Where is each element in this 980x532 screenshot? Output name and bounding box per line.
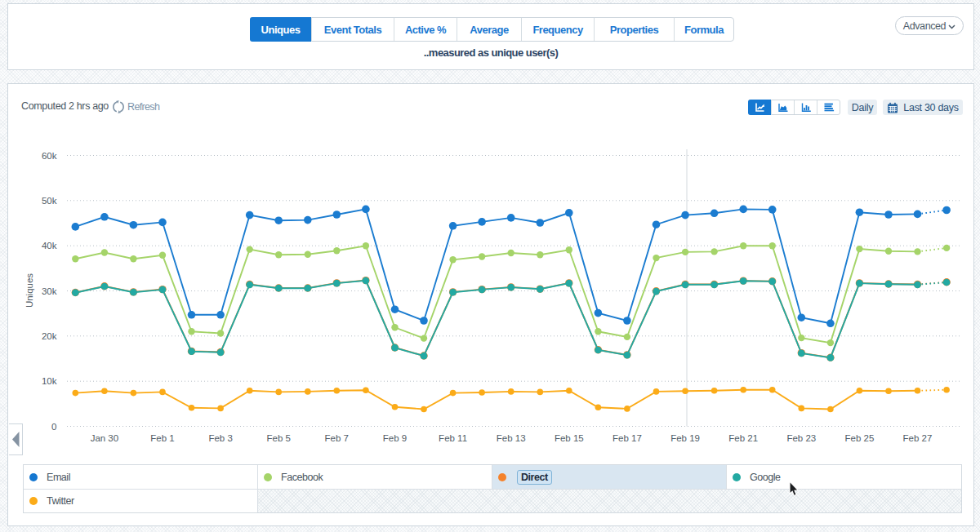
svg-text:Feb 15: Feb 15	[555, 433, 584, 443]
svg-text:Feb 9: Feb 9	[383, 433, 407, 443]
svg-text:Uniques: Uniques	[24, 273, 34, 308]
svg-text:40k: 40k	[42, 241, 57, 250]
svg-text:Feb 17: Feb 17	[612, 433, 642, 443]
svg-text:Feb 27: Feb 27	[903, 433, 933, 443]
svg-text:Feb 3: Feb 3	[208, 433, 232, 443]
svg-text:Feb 1: Feb 1	[150, 433, 174, 443]
svg-text:30k: 30k	[42, 286, 57, 296]
svg-text:Feb 5: Feb 5	[266, 433, 290, 443]
svg-text:Feb 11: Feb 11	[439, 433, 467, 443]
svg-text:Feb 23: Feb 23	[786, 433, 816, 443]
svg-text:60k: 60k	[42, 151, 57, 161]
svg-text:Jan 30: Jan 30	[91, 433, 119, 443]
svg-text:0: 0	[51, 422, 56, 432]
svg-text:Feb 21: Feb 21	[728, 433, 758, 443]
svg-text:50k: 50k	[42, 196, 57, 206]
svg-text:10k: 10k	[42, 376, 57, 386]
svg-text:Feb 7: Feb 7	[325, 433, 349, 443]
svg-text:Feb 13: Feb 13	[497, 433, 526, 443]
svg-text:20k: 20k	[42, 331, 57, 341]
svg-text:Feb 25: Feb 25	[844, 433, 874, 443]
svg-text:Feb 19: Feb 19	[670, 433, 700, 443]
